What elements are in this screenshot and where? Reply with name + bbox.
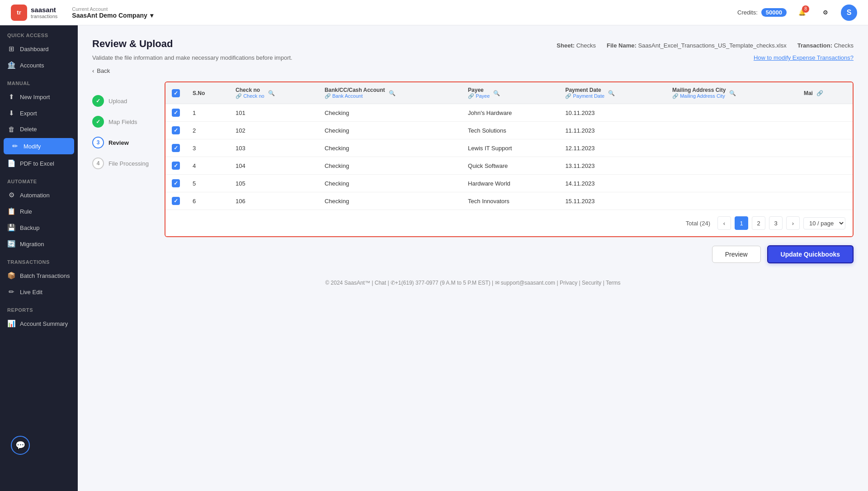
notification-button[interactable]: 🔔 8	[794, 5, 810, 21]
pagination-page-1[interactable]: 1	[735, 216, 748, 230]
row-check-no: 104	[229, 157, 318, 175]
how-to-link[interactable]: How to modify Expense Transactions?	[754, 54, 854, 61]
automate-label: AUTOMATE	[0, 172, 78, 187]
row-checkbox-cell	[165, 192, 186, 210]
sidebar-item-delete[interactable]: 🗑 Delete	[0, 121, 78, 137]
sidebar-item-label: Modify	[24, 143, 41, 150]
row-city	[666, 192, 797, 210]
step-map-fields-circle: ✓	[92, 116, 104, 128]
sidebar-item-label: Live Edit	[20, 289, 42, 296]
user-avatar[interactable]: S	[841, 5, 857, 21]
back-button[interactable]: ‹ Back	[92, 67, 110, 74]
th-mai: Mai 🔗	[797, 82, 853, 104]
sidebar-item-live-edit[interactable]: ✏ Live Edit	[0, 284, 78, 300]
dashboard-icon: ⊞	[7, 45, 15, 53]
city-search-icon[interactable]: 🔍	[729, 90, 736, 96]
sidebar-item-dashboard[interactable]: ⊞ Dashboard	[0, 41, 78, 57]
row-payment-date: 12.11.2023	[559, 139, 666, 157]
row-mai	[797, 122, 853, 139]
current-account-selector[interactable]: SaasAnt Demo Company ▾	[72, 12, 153, 19]
row-city	[666, 175, 797, 192]
row-payee: Hardware World	[462, 175, 559, 192]
row-mai	[797, 192, 853, 210]
row-checkbox-cell	[165, 157, 186, 175]
sidebar-item-account-summary[interactable]: 📊 Account Summary	[0, 315, 78, 332]
per-page-select[interactable]: 10 / page 20 / page 50 / page	[803, 217, 845, 229]
payment-date-search-icon[interactable]: 🔍	[608, 90, 615, 96]
row-checkbox-cell	[165, 139, 186, 157]
new-import-icon: ⬆	[7, 93, 15, 101]
step-file-processing-label: File Processing	[108, 160, 149, 167]
step-review-circle: 3	[92, 137, 104, 148]
chat-button[interactable]: 💬	[11, 436, 30, 455]
sidebar-item-backup[interactable]: 💾 Backup	[0, 219, 78, 236]
th-checkbox	[165, 82, 186, 104]
row-check-no: 103	[229, 139, 318, 157]
live-edit-icon: ✏	[7, 288, 15, 296]
step-map-fields-label: Map Fields	[108, 119, 137, 125]
data-table-wrapper: S.No Check no 🔗 Check no 🔍	[165, 81, 854, 237]
row-checkbox[interactable]	[172, 179, 180, 187]
sidebar-item-label: Accounts	[20, 62, 44, 69]
sidebar-item-new-import[interactable]: ⬆ New Import	[0, 89, 78, 105]
sidebar-item-modify[interactable]: ✏ Modify	[4, 138, 74, 154]
sidebar-item-migration[interactable]: 🔄 Migration	[0, 236, 78, 252]
select-all-checkbox[interactable]	[172, 89, 180, 97]
pagination-page-2[interactable]: 2	[752, 216, 765, 230]
step-file-processing: 4 File Processing	[92, 157, 165, 169]
check-no-search-icon[interactable]: 🔍	[268, 90, 275, 96]
th-check-no: Check no 🔗 Check no 🔍	[229, 82, 318, 104]
row-check-no: 106	[229, 192, 318, 210]
row-checkbox[interactable]	[172, 109, 180, 117]
step-map-fields: ✓ Map Fields	[92, 116, 165, 128]
chat-icon: 💬	[15, 440, 25, 450]
preview-button[interactable]: Preview	[712, 246, 761, 263]
pagination-next[interactable]: ›	[786, 216, 800, 230]
update-quickbooks-button[interactable]: Update Quickbooks	[767, 245, 854, 263]
row-bank-account: Checking	[318, 104, 462, 122]
row-bank-account: Checking	[318, 192, 462, 210]
row-payment-date: 15.11.2023	[559, 192, 666, 210]
row-payee: John's Hardware	[462, 104, 559, 122]
row-sno: 3	[186, 139, 229, 157]
step-review: 3 Review	[92, 137, 165, 148]
table-row: 1 101 Checking John's Hardware 10.11.202…	[165, 104, 853, 122]
pagination: Total (24) ‹ 1 2 3 › 10 / page 20 / page…	[165, 210, 853, 236]
sidebar-item-accounts[interactable]: 🏦 Accounts	[0, 57, 78, 73]
row-check-no: 101	[229, 104, 318, 122]
current-account-label: Current Account	[72, 6, 153, 12]
pdf-icon: 📄	[7, 159, 15, 167]
sidebar-item-automation[interactable]: ⚙ Automation	[0, 187, 78, 203]
credits-value[interactable]: 50000	[761, 8, 787, 17]
row-checkbox[interactable]	[172, 197, 180, 205]
accounts-icon: 🏦	[7, 61, 15, 69]
sidebar-item-pdf-to-excel[interactable]: 📄 PDF to Excel	[0, 155, 78, 172]
logo: tr saasant transactions	[11, 5, 57, 21]
payee-search-icon[interactable]: 🔍	[493, 90, 500, 96]
th-sno: S.No	[186, 82, 229, 104]
row-checkbox[interactable]	[172, 126, 180, 134]
total-label: Total (24)	[686, 220, 710, 227]
bank-account-search-icon[interactable]: 🔍	[389, 90, 396, 96]
sheet-info: Sheet: Checks	[557, 42, 596, 49]
current-account: Current Account SaasAnt Demo Company ▾	[72, 6, 153, 19]
step-upload-circle: ✓	[92, 95, 104, 107]
sidebar-item-label: Automation	[20, 192, 50, 199]
row-sno: 4	[186, 157, 229, 175]
sidebar-item-label: Backup	[20, 224, 39, 231]
row-payment-date: 10.11.2023	[559, 104, 666, 122]
transaction-info: Transaction: Checks	[797, 42, 854, 49]
row-checkbox[interactable]	[172, 144, 180, 152]
pagination-page-3[interactable]: 3	[769, 216, 783, 230]
settings-button[interactable]: ⚙	[817, 5, 834, 21]
row-checkbox[interactable]	[172, 162, 180, 170]
logo-text-block: saasant transactions	[31, 6, 57, 19]
page-title: Review & Upload	[92, 38, 173, 50]
sidebar-item-rule[interactable]: 📋 Rule	[0, 203, 78, 219]
row-sno: 2	[186, 122, 229, 139]
pagination-prev[interactable]: ‹	[717, 216, 731, 230]
sidebar-item-batch-transactions[interactable]: 📦 Batch Transactions	[0, 267, 78, 284]
page-meta-right: Sheet: Checks File Name: SaasAnt_Excel_T…	[557, 42, 854, 49]
sidebar-item-export[interactable]: ⬇ Export	[0, 105, 78, 121]
credits-section: Credits: 50000	[737, 8, 787, 17]
